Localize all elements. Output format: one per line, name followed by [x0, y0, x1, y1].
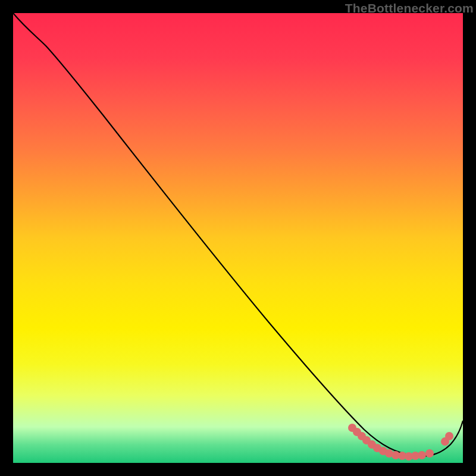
- plot-background: [13, 13, 463, 463]
- branding-text: TheBottlenecker.com: [345, 1, 474, 15]
- chart-container: TheBottlenecker.com: [0, 0, 476, 476]
